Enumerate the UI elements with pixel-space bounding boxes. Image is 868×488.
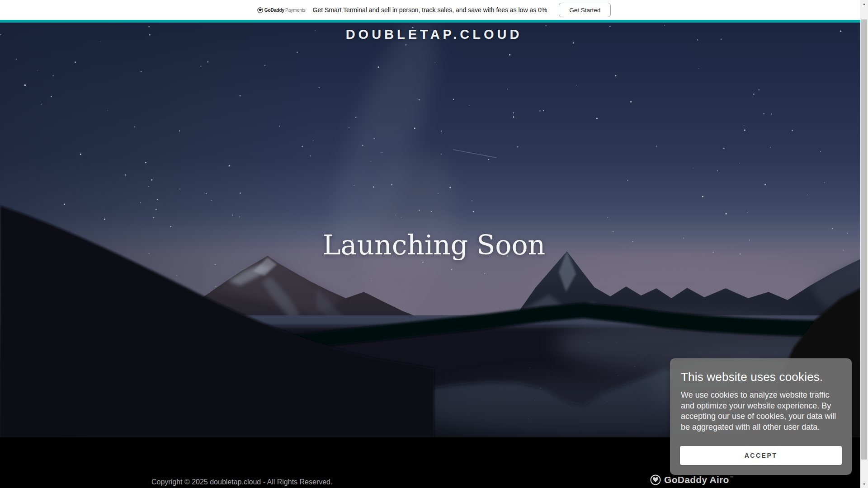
scrollbar-up-icon[interactable]: ▲ bbox=[860, 0, 868, 8]
godaddy-logo-icon bbox=[257, 7, 263, 13]
accent-divider bbox=[0, 20, 868, 23]
godaddy-payments-product: Payments bbox=[285, 8, 305, 13]
page: DOUBLETAP.CLOUD Launching Soon GoDaddy P… bbox=[0, 0, 868, 488]
scrollbar-down-icon[interactable]: ▼ bbox=[860, 480, 868, 488]
copyright-text: Copyright © 2025 doubletap.cloud - All R… bbox=[151, 478, 332, 486]
airo-brand-text: GoDaddy bbox=[664, 474, 707, 485]
site-title: DOUBLETAP.CLOUD bbox=[0, 27, 868, 42]
get-started-button[interactable]: Get Started bbox=[559, 3, 611, 17]
cookie-consent-dialog: This website uses cookies. We use cookie… bbox=[670, 358, 852, 475]
airo-product-text: Airo bbox=[709, 474, 729, 485]
scrollbar: ▲ ▼ bbox=[860, 0, 868, 488]
launching-soon-headline: Launching Soon bbox=[0, 231, 868, 258]
godaddy-payments-brand: GoDaddy bbox=[264, 8, 284, 13]
accept-cookies-button[interactable]: ACCEPT bbox=[680, 446, 842, 465]
promo-message: Get Smart Terminal and sell in person, t… bbox=[313, 6, 547, 14]
promo-banner: GoDaddy Payments Get Smart Terminal and … bbox=[0, 0, 868, 20]
airo-trademark: ™ bbox=[730, 475, 733, 479]
godaddy-airo-logo-icon bbox=[650, 474, 661, 485]
scrollbar-thumb[interactable] bbox=[861, 19, 867, 460]
godaddy-payments-logo: GoDaddy Payments bbox=[257, 7, 306, 13]
cookie-dialog-title: This website uses cookies. bbox=[681, 370, 841, 384]
promo-banner-content: GoDaddy Payments Get Smart Terminal and … bbox=[257, 3, 611, 17]
godaddy-airo-link[interactable]: GoDaddy Airo ™ bbox=[650, 474, 733, 485]
cookie-dialog-body: We use cookies to analyze website traffi… bbox=[681, 390, 841, 432]
